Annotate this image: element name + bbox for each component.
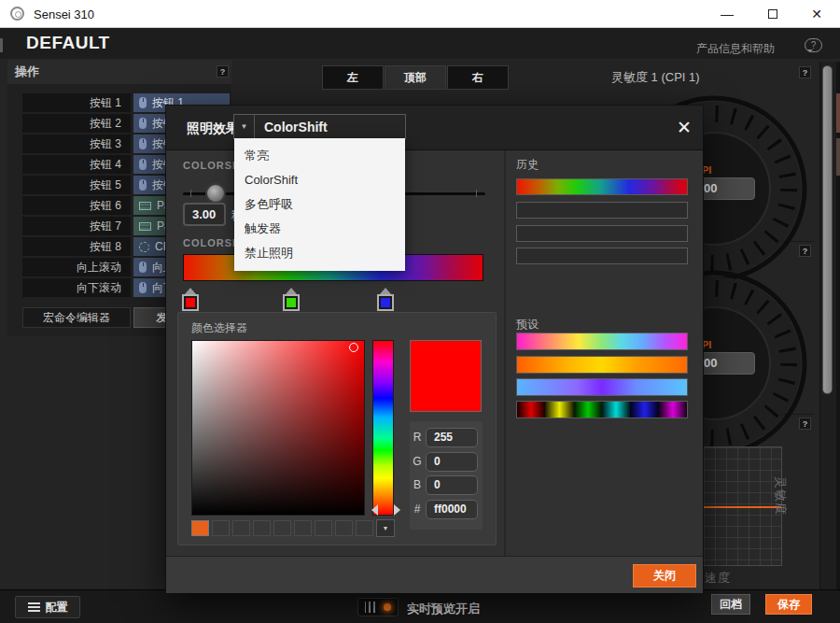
- preset-gradient-item[interactable]: [516, 356, 688, 374]
- help-icon[interactable]: ?: [217, 65, 229, 78]
- scrollbar-thumb[interactable]: [822, 65, 833, 394]
- toggle-on-indicator: [384, 603, 391, 611]
- saturation-value-area[interactable]: [191, 340, 365, 516]
- rgb-fields-panel: R 255 G 0 B 0 # ff0000: [410, 421, 483, 530]
- color-swatch[interactable]: [335, 520, 353, 536]
- toggle-grip-icon: [365, 602, 375, 613]
- config-button[interactable]: 配置: [15, 596, 80, 618]
- b-label: B: [411, 478, 424, 491]
- app-window: Sensei 310 — ✕ DEFAULT 产品信息和帮助 ? 左 顶部 右 …: [0, 0, 840, 623]
- history-empty-slot[interactable]: [516, 225, 688, 242]
- color-swatch[interactable]: [273, 520, 291, 536]
- bottom-bar: 配置 实时预览开启 回档 保存: [0, 589, 840, 623]
- color-swatch[interactable]: [232, 520, 250, 536]
- history-empty-slot[interactable]: [516, 202, 688, 219]
- mouse-icon: [139, 262, 147, 273]
- gradient-stop-blue[interactable]: [375, 282, 396, 311]
- color-swatch[interactable]: [191, 520, 209, 536]
- r-field[interactable]: 255: [426, 428, 478, 447]
- lighting-effect-modal: 照明效果 ▼ ColorShift ✕ COLORSHIFT 3.00 秒 CO…: [166, 106, 703, 593]
- stop-arrow-icon: [185, 282, 196, 294]
- cpi-label: PI: [702, 164, 711, 176]
- sensitivity-curve: [704, 506, 781, 508]
- help-icon[interactable]: ?: [799, 66, 811, 78]
- product-info-help-link[interactable]: 产品信息和帮助: [696, 41, 775, 57]
- g-label: G: [411, 455, 424, 468]
- dropdown-option-colorshift[interactable]: ColorShift: [234, 168, 405, 192]
- binding-label: 按钮 2: [22, 114, 131, 133]
- mouse-icon: [139, 179, 147, 191]
- keyboard-icon: [139, 222, 151, 231]
- title-bar: Sensei 310 — ✕: [0, 0, 840, 28]
- graph-y-label: 灵敏度: [772, 476, 789, 516]
- tab-right-zone[interactable]: 右: [447, 65, 509, 90]
- mouse-icon: [139, 138, 147, 149]
- history-title: 历史: [516, 157, 539, 173]
- history-empty-slot[interactable]: [516, 248, 688, 264]
- dropdown-option-disable[interactable]: 禁止照明: [234, 241, 405, 265]
- window-close-button[interactable]: ✕: [803, 4, 831, 24]
- preset-gradient-item[interactable]: [516, 401, 688, 418]
- gradient-stop-green[interactable]: [281, 282, 301, 311]
- swatch-dropdown-button[interactable]: ▼: [376, 519, 395, 537]
- hue-bar[interactable]: [372, 340, 394, 516]
- presets-title: 预设: [516, 317, 539, 333]
- color-picker-panel: 颜色选择器 R 255 G 0 B 0 # ff0000: [177, 312, 497, 545]
- binding-label: 向下滚动: [22, 278, 131, 297]
- minimize-button[interactable]: —: [713, 4, 741, 24]
- color-swatch[interactable]: [253, 520, 271, 536]
- help-bubble-icon[interactable]: ?: [805, 38, 822, 52]
- clipped-content-strip: [836, 62, 840, 589]
- dropdown-option-steady[interactable]: 常亮: [234, 144, 405, 168]
- dropdown-option-multibreathe[interactable]: 多色呼吸: [234, 192, 405, 217]
- history-gradient-item[interactable]: [516, 178, 688, 195]
- close-button[interactable]: 关闭: [633, 564, 696, 588]
- macro-editor-button[interactable]: 宏命令编辑器: [22, 307, 131, 328]
- color-swatch[interactable]: [356, 520, 373, 536]
- sv-selector-ring[interactable]: [349, 343, 358, 352]
- sensitivity-title: 灵敏度 1 (CPI 1): [611, 69, 700, 86]
- binding-label: 按钮 1: [22, 93, 131, 112]
- mouse-icon: [139, 118, 147, 129]
- window-title: Sensei 310: [34, 7, 94, 21]
- hex-field[interactable]: ff0000: [426, 500, 478, 519]
- hue-handle-left-icon[interactable]: [366, 504, 378, 516]
- preset-gradient-item[interactable]: [516, 333, 688, 350]
- list-icon: [28, 602, 40, 612]
- duration-slider-handle[interactable]: [205, 183, 226, 204]
- binding-label: 向上滚动: [22, 258, 131, 276]
- effect-dropdown-list: 常亮 ColorShift 多色呼吸 触发器 禁止照明: [234, 138, 405, 271]
- modal-divider: [504, 150, 506, 556]
- r-label: R: [411, 431, 424, 444]
- steelseries-logo-icon: [10, 7, 24, 21]
- color-swatch[interactable]: [294, 520, 312, 536]
- mouse-icon: [139, 282, 147, 293]
- stop-arrow-icon: [380, 282, 391, 294]
- modal-close-icon[interactable]: ✕: [671, 115, 697, 141]
- preset-gradient-item[interactable]: [516, 378, 688, 396]
- rollback-button[interactable]: 回档: [711, 594, 750, 615]
- color-swatch[interactable]: [315, 520, 332, 536]
- save-button[interactable]: 保存: [765, 594, 812, 615]
- dropdown-option-trigger[interactable]: 触发器: [234, 217, 405, 241]
- hue-handle-right-icon[interactable]: [394, 504, 406, 516]
- maximize-button[interactable]: [768, 9, 777, 19]
- g-field[interactable]: 0: [426, 452, 478, 472]
- effect-dropdown[interactable]: ▼ ColorShift: [233, 114, 406, 139]
- modal-title: 照明效果: [187, 120, 239, 137]
- tab-left-zone[interactable]: 左: [322, 65, 384, 90]
- cpi-dial-icon: [139, 242, 149, 252]
- tab-top-zone[interactable]: 顶部: [385, 65, 446, 90]
- binding-label: 按钮 5: [22, 176, 131, 194]
- binding-label: 按钮 6: [22, 196, 131, 215]
- header-accent: [0, 38, 3, 52]
- profile-name: DEFAULT: [26, 33, 110, 53]
- live-preview-toggle[interactable]: [357, 598, 399, 616]
- live-preview-label: 实时预览开启: [407, 601, 480, 617]
- color-swatch[interactable]: [212, 520, 230, 536]
- duration-value-field[interactable]: 3.00: [183, 203, 226, 226]
- binding-label: 按钮 3: [22, 135, 131, 153]
- color-picker-title: 颜色选择器: [191, 320, 247, 336]
- b-field[interactable]: 0: [426, 475, 478, 495]
- binding-label: 按钮 7: [22, 217, 131, 235]
